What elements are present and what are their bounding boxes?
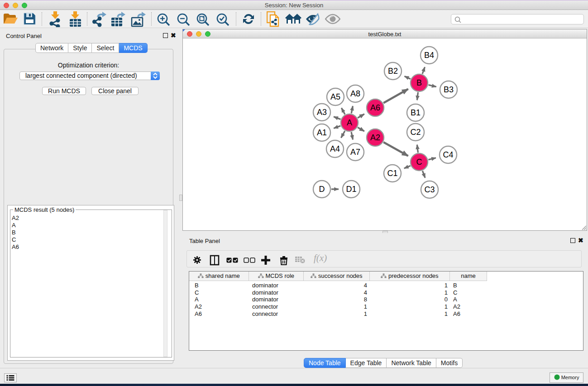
svg-text:A2: A2: [370, 133, 380, 142]
svg-text:C2: C2: [410, 128, 421, 137]
svg-text:B3: B3: [444, 85, 454, 94]
svg-text:A4: A4: [330, 144, 340, 153]
svg-text:B: B: [416, 78, 422, 87]
svg-text:A1: A1: [317, 128, 327, 137]
svg-text:A6: A6: [370, 103, 380, 112]
svg-text:A3: A3: [317, 108, 327, 117]
svg-text:A7: A7: [350, 148, 360, 157]
svg-text:B2: B2: [388, 67, 398, 76]
svg-text:D: D: [319, 185, 325, 194]
svg-text:B1: B1: [411, 108, 421, 117]
svg-text:A5: A5: [330, 92, 340, 101]
svg-text:C3: C3: [424, 185, 435, 194]
svg-text:A8: A8: [350, 89, 360, 98]
svg-text:C1: C1: [387, 169, 397, 178]
svg-text:A: A: [347, 118, 352, 127]
svg-text:C4: C4: [443, 150, 453, 159]
svg-text:B4: B4: [424, 51, 434, 60]
svg-text:D1: D1: [346, 185, 356, 194]
svg-text:C: C: [416, 157, 422, 167]
